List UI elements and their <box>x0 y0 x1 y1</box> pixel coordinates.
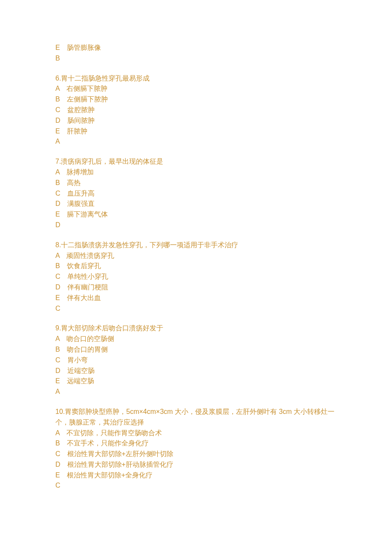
option-d: D 近端空肠 <box>55 366 337 376</box>
option-a: A 顽固性溃疡穿孔 <box>55 251 337 261</box>
question-7: 7.溃疡病穿孔后，最早出现的体征是 A 脉搏增加 B 高热 C 血压升高 D 满… <box>55 156 337 231</box>
option-a: A 脉搏增加 <box>55 167 337 178</box>
option-d: D 伴有幽门梗阻 <box>55 282 337 293</box>
answer: D <box>55 220 337 231</box>
option-b: B 高热 <box>55 178 337 188</box>
answer: C <box>55 480 337 491</box>
question-stem: 6.胃十二指肠急性穿孔最易形成 <box>55 73 337 84</box>
question-6: 6.胃十二指肠急性穿孔最易形成 A 右侧膈下脓肿 B 左侧膈下脓肿 C 盆腔脓肿… <box>55 73 337 147</box>
option-e: E 远端空肠 <box>55 376 337 387</box>
option-c: C 血压升高 <box>55 188 337 199</box>
option-e: E 肠管膨胀像 <box>55 43 337 53</box>
answer: B <box>55 53 337 64</box>
option-b: B 不宜手术，只能作全身化疗 <box>55 438 337 449</box>
question-stem: 10.胃窦部肿块型癌肿，5cm×4cm×3cm 大小，侵及浆膜层，左肝外侧叶有 … <box>55 407 337 428</box>
option-c: C 根治性胃大部切除+左肝外侧叶切除 <box>55 449 337 460</box>
option-c: C 单纯性小穿孔 <box>55 272 337 282</box>
option-c: C 胃小弯 <box>55 355 337 366</box>
option-a: A 吻合口的空肠侧 <box>55 334 337 344</box>
answer: A <box>55 136 337 147</box>
option-b: B 吻合口的胃侧 <box>55 344 337 355</box>
question-stem: 9.胃大部切除术后吻合口溃疡好发于 <box>55 323 337 334</box>
option-d: D 肠间脓肿 <box>55 116 337 126</box>
option-a: A 不宜切除，只能作胃空肠吻合术 <box>55 428 337 439</box>
option-e: E 肝脓肿 <box>55 126 337 137</box>
question-stem: 8.十二指肠溃疡并发急性穿孔，下列哪一项适用于非手术治疗 <box>55 240 337 251</box>
option-a: A 右侧膈下脓肿 <box>55 84 337 94</box>
option-c: C 盆腔脓肿 <box>55 105 337 116</box>
option-d: D 根治性胃大部切除+肝动脉插管化疗 <box>55 460 337 470</box>
answer: C <box>55 304 337 314</box>
option-e: E 根治性胃大部切除+全身化疗 <box>55 470 337 481</box>
option-d: D 满腹强直 <box>55 199 337 209</box>
option-b: B 饮食后穿孔 <box>55 261 337 272</box>
option-e: E 伴有大出血 <box>55 293 337 304</box>
answer: A <box>55 387 337 397</box>
question-10: 10.胃窦部肿块型癌肿，5cm×4cm×3cm 大小，侵及浆膜层，左肝外侧叶有 … <box>55 407 337 491</box>
option-b: B 左侧膈下脓肿 <box>55 94 337 105</box>
question-9: 9.胃大部切除术后吻合口溃疡好发于 A 吻合口的空肠侧 B 吻合口的胃侧 C 胃… <box>55 323 337 397</box>
option-e: E 膈下游离气体 <box>55 209 337 220</box>
question-fragment-5: E 肠管膨胀像 B <box>55 43 337 64</box>
question-stem: 7.溃疡病穿孔后，最早出现的体征是 <box>55 156 337 167</box>
question-8: 8.十二指肠溃疡并发急性穿孔，下列哪一项适用于非手术治疗 A 顽固性溃疡穿孔 B… <box>55 240 337 314</box>
